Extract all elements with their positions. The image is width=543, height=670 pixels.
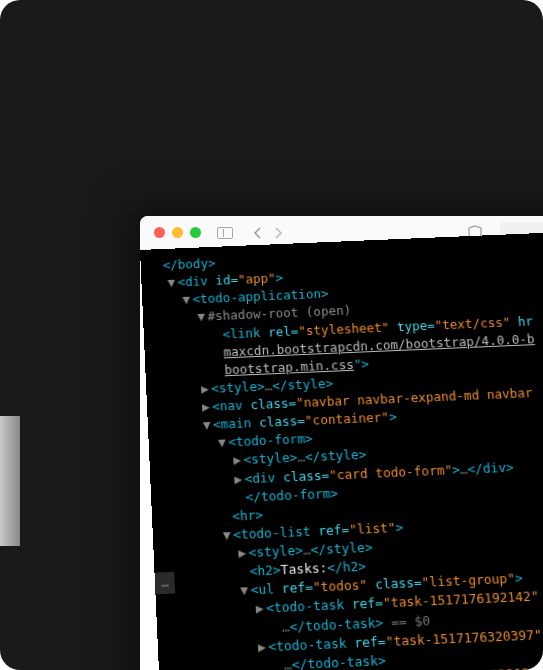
nav-arrows	[249, 224, 287, 242]
close-icon[interactable]	[154, 227, 165, 238]
devtools-elements-panel[interactable]: … </body>▼<div id="app">▼<todo-applicati…	[140, 225, 543, 670]
left-edge-gradient	[0, 416, 20, 546]
outer-frame: … </body>▼<div id="app">▼<todo-applicati…	[0, 0, 543, 670]
back-icon[interactable]	[249, 224, 267, 242]
browser-window: … </body>▼<div id="app">▼<todo-applicati…	[140, 216, 543, 670]
dom-tree[interactable]: </body>▼<div id="app">▼<todo-application…	[140, 232, 543, 670]
gutter-overflow-indicator: …	[155, 572, 176, 595]
maximize-icon[interactable]	[190, 227, 201, 238]
minimize-icon[interactable]	[172, 227, 183, 238]
sidebar-icon[interactable]	[217, 227, 233, 239]
window-controls	[154, 227, 201, 238]
forward-icon[interactable]	[269, 224, 287, 242]
